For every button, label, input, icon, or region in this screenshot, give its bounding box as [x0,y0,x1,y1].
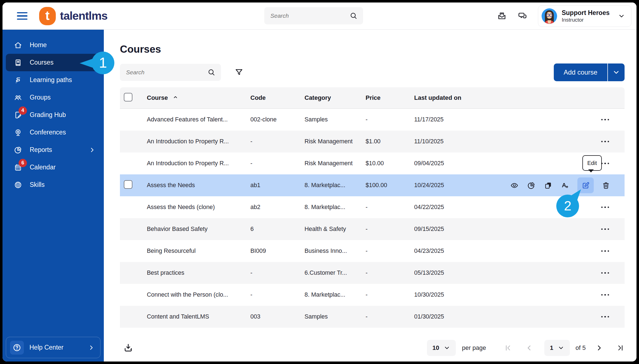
chevron-down-icon [618,12,625,20]
sidebar-item-help-center[interactable]: Help Center [6,337,100,358]
row-menu-ellipsis[interactable] [600,227,611,232]
table-row[interactable]: Assess the Needs ab1 8. Marketplac... $1… [120,174,625,196]
sidebar-item-label: Skills [30,181,45,189]
cell-last-updated: 11/10/2025 [414,138,500,145]
add-course-dropdown-button[interactable] [608,63,625,81]
callout-step-2: 2 [551,184,584,222]
table-row[interactable]: Content and TalentLMS 003 Samples - 01/3… [120,306,625,328]
cell-course-name[interactable]: An Introduction to Property R... [142,138,250,145]
first-page-button[interactable] [504,344,512,352]
reports-pie-icon[interactable] [527,181,536,190]
row-menu-ellipsis[interactable] [600,314,611,319]
help-center-label: Help Center [29,344,64,351]
delete-trash-icon[interactable] [601,181,611,190]
hamburger-menu-icon[interactable] [17,12,27,20]
courses-table: Course Code Category Price Last updated … [120,87,625,328]
cell-course-name[interactable]: Content and TalentLMS [142,313,250,320]
table-row[interactable]: Best practices - 6.Customer Tr... - 05/1… [120,262,625,284]
column-header-course[interactable]: Course [142,94,250,101]
edit-tooltip: Edit [582,155,602,171]
table-row[interactable]: Behavior Based Safety 6 Health & Safety … [120,218,625,240]
search-icon[interactable] [350,12,358,20]
row-menu-ellipsis[interactable] [600,139,611,144]
cell-code: 002-clone [250,116,305,123]
sidebar-item-conferences[interactable]: Conferences [6,124,100,141]
sidebar-item-skills[interactable]: Skills [6,176,100,194]
cell-category: Samples [305,313,366,320]
column-header-code[interactable]: Code [250,94,305,101]
cell-course-name[interactable]: Advanced Features of Talent... [142,116,250,123]
talentlms-logo[interactable]: t talentlms [39,7,107,25]
column-header-last-updated[interactable]: Last updated on [414,94,500,101]
cell-category: Health & Safety [305,226,366,233]
cell-course-name[interactable]: Behavior Based Safety [142,226,250,233]
notification-badge: 4 [19,106,27,115]
table-row[interactable]: Assess the Needs (clone) ab2 8. Marketpl… [120,196,625,218]
cell-last-updated: 05/13/2025 [414,269,500,276]
table-row[interactable]: An Introduction to Property R... - Risk … [120,152,625,174]
add-course-button[interactable]: Add course [554,63,608,81]
next-page-button[interactable] [595,344,603,352]
sidebar-item-groups[interactable]: Groups [6,89,100,106]
cell-price: - [366,313,414,320]
row-checkbox[interactable] [124,180,132,189]
discussions-icon[interactable] [517,11,527,21]
cell-course-name[interactable]: An Introduction to Property R... [142,160,250,167]
sidebar-item-label: Courses [30,59,54,66]
pagination: 10 per page 1 of 5 [427,340,625,356]
i-groups-icon [14,93,22,102]
select-all-checkbox[interactable] [124,93,132,101]
last-page-button[interactable] [616,344,625,352]
sidebar-item-label: Home [30,41,47,49]
logo-wordmark: talentlms [60,9,107,22]
cell-price: - [366,248,414,254]
inbox-icon[interactable] [497,11,507,21]
export-download-icon[interactable] [123,343,133,353]
table-row[interactable]: An Introduction to Property R... - Risk … [120,131,625,152]
preview-eye-icon[interactable] [510,181,519,190]
search-icon[interactable] [208,68,215,76]
table-row[interactable]: Advanced Features of Talent... 002-clone… [120,109,625,131]
sidebar-item-calendar[interactable]: 6 Calendar [6,159,100,176]
previous-page-button[interactable] [525,344,533,352]
sidebar-item-label: Grading Hub [30,111,66,119]
callout-step-1: 1 [77,50,118,77]
cell-course-name[interactable]: Assess the Needs (clone) [142,204,250,211]
cell-code: BI009 [250,248,305,254]
per-page-select[interactable]: 10 [427,340,456,356]
row-menu-ellipsis[interactable] [600,292,611,297]
logo-mark-icon: t [39,7,56,25]
column-header-category[interactable]: Category [305,94,366,101]
row-menu-ellipsis[interactable] [600,271,611,276]
cell-course-name[interactable]: Assess the Needs [142,182,250,189]
column-header-price[interactable]: Price [366,94,414,101]
table-row[interactable]: Being Resourceful BI009 Business Inno...… [120,240,625,262]
sidebar-item-grading-hub[interactable]: 4 Grading Hub [6,106,100,124]
table-header: Course Code Category Price Last updated … [120,87,625,109]
cell-last-updated: 09/04/2025 [414,160,500,167]
row-menu-ellipsis[interactable] [600,117,611,122]
sidebar-item-label: Calendar [30,164,56,171]
sidebar-item-reports[interactable]: Reports [6,141,100,159]
row-menu-ellipsis[interactable] [600,249,611,254]
cell-price: - [366,204,414,211]
cell-category: Samples [305,116,366,123]
top-bar: t talentlms [2,2,637,30]
chevron-down-icon [612,68,620,76]
course-search-input[interactable] [125,69,208,76]
filter-funnel-icon[interactable] [234,68,244,77]
table-row[interactable]: Connect with the Person (clo... - 8. Mar… [120,284,625,306]
cell-course-name[interactable]: Being Resourceful [142,248,250,254]
user-menu[interactable]: Support Heroes Instructor [538,5,632,27]
cell-code: - [250,269,305,276]
global-search-input[interactable] [270,12,350,19]
cell-price: $10.00 [366,160,414,167]
row-menu-ellipsis[interactable] [600,205,611,210]
chevron-right-icon [89,147,95,153]
page-select[interactable]: 1 [544,340,570,356]
cell-course-name[interactable]: Connect with the Person (clo... [142,291,250,298]
cell-category: 6.Customer Tr... [305,269,366,276]
course-search [120,64,221,81]
cell-last-updated: 10/24/2025 [414,182,500,189]
cell-course-name[interactable]: Best practices [142,269,250,276]
